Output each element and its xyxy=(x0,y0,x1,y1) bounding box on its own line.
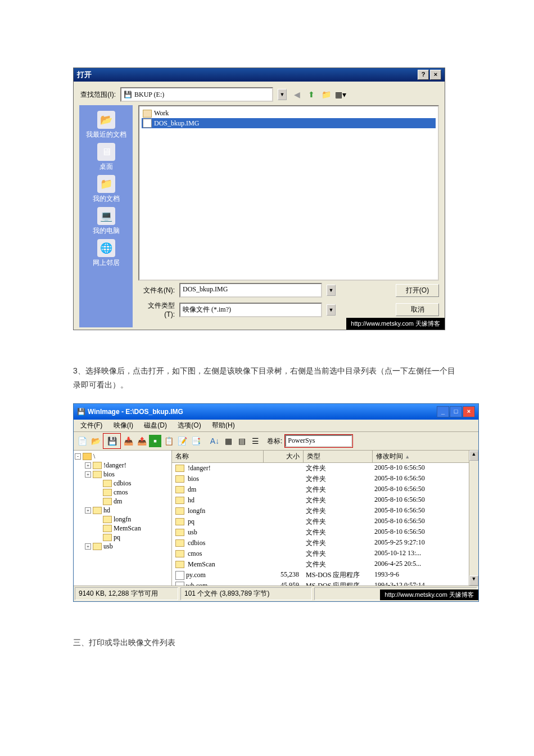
folder-icon xyxy=(93,507,102,514)
list-row[interactable]: hd文件夹2005-8-10 6:56:50 xyxy=(172,495,478,506)
sort-asc-icon: ▲ xyxy=(405,454,410,460)
recent-icon: 📂 xyxy=(97,111,115,129)
tree-node[interactable]: cmos xyxy=(75,488,170,497)
filename-input[interactable]: DOS_bkup.IMG xyxy=(179,283,322,298)
menu-image[interactable]: 映像(I) xyxy=(109,420,138,430)
col-size[interactable]: 大小 xyxy=(264,451,304,462)
extract-icon[interactable]: 📝 xyxy=(176,435,188,447)
volume-label: 卷标: xyxy=(267,436,282,446)
directory-tree[interactable]: -\+!danger!+bioscdbioscmosdm+hdlongfnMem… xyxy=(74,451,172,586)
sidebar-network[interactable]: 🌐网上邻居 xyxy=(93,239,120,268)
view-small-icon[interactable]: ▤ xyxy=(236,435,248,447)
expand-icon[interactable]: + xyxy=(85,507,91,514)
scrollbar[interactable]: ▲ ▼ xyxy=(469,451,478,586)
inject-icon[interactable]: 📋 xyxy=(162,435,175,447)
file-listview[interactable]: 名称 大小 类型 修改时间 ▲ !danger!文件夹2005-8-10 6:5… xyxy=(172,451,478,586)
filename-dropdown[interactable]: ▼ xyxy=(327,285,336,296)
view-large-icon[interactable]: ▦ xyxy=(222,435,234,447)
write-disk-icon[interactable]: 📤 xyxy=(135,435,148,447)
tree-node[interactable]: +!danger! xyxy=(75,461,170,470)
list-row[interactable]: bios文件夹2005-8-10 6:56:50 xyxy=(172,474,478,484)
scroll-down-icon[interactable]: ▼ xyxy=(469,575,478,586)
menu-file[interactable]: 文件(F) xyxy=(76,420,107,430)
look-in-combo[interactable]: 💾 BKUP (E:) xyxy=(120,87,273,102)
maximize-button[interactable]: □ xyxy=(450,406,462,417)
list-row[interactable]: dm文件夹2005-8-10 6:56:50 xyxy=(172,484,478,495)
tree-node[interactable]: +usb xyxy=(75,542,170,551)
tree-node[interactable]: pq xyxy=(75,533,170,542)
list-row[interactable]: py.com55,238MS-DOS 应用程序1993-9-6 xyxy=(172,570,478,580)
up-icon[interactable]: ⬆ xyxy=(306,89,317,100)
file-list[interactable]: Work DOS_bkup.IMG xyxy=(138,105,439,281)
open-dialog: 打开 ? × 查找范围(I): 💾 BKUP (E:) ▼ ◀ ⬆ 📁 ▦▾ xyxy=(73,68,445,330)
list-row[interactable]: !danger!文件夹2005-8-10 6:56:50 xyxy=(172,463,478,474)
close-window-button[interactable]: × xyxy=(463,406,475,417)
list-row[interactable]: wb.com45,959MS-DOS 应用程序1994-3-12 0:57:14 xyxy=(172,580,478,586)
titlebar[interactable]: 打开 ? × xyxy=(74,68,445,82)
open-icon[interactable]: 📂 xyxy=(89,435,102,447)
read-disk-icon[interactable]: 📥 xyxy=(122,435,134,447)
view-details-icon[interactable]: ☰ xyxy=(249,435,261,447)
open-button[interactable]: 打开(O) xyxy=(396,284,439,297)
cancel-button[interactable]: 取消 xyxy=(396,303,439,316)
sidebar-documents[interactable]: 📁我的文档 xyxy=(93,175,120,204)
sidebar-recent[interactable]: 📂我最近的文档 xyxy=(86,111,126,140)
look-in-dropdown[interactable]: ▼ xyxy=(278,89,287,100)
extract-all-icon[interactable]: 📑 xyxy=(189,435,202,447)
filetype-combo[interactable]: 映像文件 (*.im?) xyxy=(179,303,322,317)
folder-icon xyxy=(175,518,184,525)
tree-node[interactable]: cdbios xyxy=(75,479,170,488)
col-date[interactable]: 修改时间 ▲ xyxy=(373,451,470,462)
list-row[interactable]: cdbios文件夹2005-9-25 9:27:10 xyxy=(172,538,478,548)
folder-icon xyxy=(103,525,112,532)
expand-icon[interactable]: - xyxy=(75,453,81,460)
listview-header[interactable]: 名称 大小 类型 修改时间 ▲ xyxy=(172,451,478,463)
folder-icon xyxy=(83,453,92,460)
statusbar: 9140 KB, 12,288 字节可用 101 个文件 (3,893,789 … xyxy=(74,586,478,601)
col-type[interactable]: 类型 xyxy=(304,451,373,462)
watermark2: http://www.metsky.com 天缘博客 xyxy=(380,590,478,600)
close-button[interactable]: × xyxy=(430,70,441,80)
list-row[interactable]: pq文件夹2005-8-10 6:56:50 xyxy=(172,516,478,527)
menubar[interactable]: 文件(F) 映像(I) 磁盘(D) 选项(O) 帮助(H) xyxy=(74,420,478,432)
scroll-up-icon[interactable]: ▲ xyxy=(469,451,478,461)
look-in-value: BKUP (E:) xyxy=(134,91,164,99)
list-row[interactable]: MemScan文件夹2006-4-25 20:5... xyxy=(172,559,478,570)
filetype-label: 文件类型(T): xyxy=(138,301,175,318)
volume-input[interactable]: PowerSys xyxy=(285,435,352,447)
save-icon[interactable]: 💾 xyxy=(106,435,118,447)
expand-icon[interactable]: + xyxy=(85,543,91,550)
new-folder-icon[interactable]: 📁 xyxy=(320,89,332,100)
sidebar-desktop[interactable]: 🖥桌面 xyxy=(97,143,115,172)
list-row[interactable]: longfn文件夹2005-8-10 6:56:50 xyxy=(172,506,478,516)
file-item-selected[interactable]: DOS_bkup.IMG xyxy=(142,118,436,128)
view-menu-icon[interactable]: ▦▾ xyxy=(335,89,346,100)
sort-az-icon[interactable]: A↓ xyxy=(209,435,221,447)
tree-node[interactable]: longfn xyxy=(75,515,170,524)
file-item-folder[interactable]: Work xyxy=(142,109,436,118)
menu-options[interactable]: 选项(O) xyxy=(173,420,205,430)
new-icon[interactable]: 📄 xyxy=(76,435,88,447)
tree-node[interactable]: dm xyxy=(75,497,170,506)
menu-help[interactable]: 帮助(H) xyxy=(207,420,239,430)
expand-icon[interactable]: + xyxy=(85,462,91,469)
list-row[interactable]: usb文件夹2005-8-10 6:56:50 xyxy=(172,527,478,538)
sidebar-computer[interactable]: 💻我的电脑 xyxy=(93,207,120,236)
folder-icon xyxy=(103,498,112,505)
folder-icon xyxy=(175,539,184,547)
expand-icon[interactable]: + xyxy=(85,471,91,478)
window-titlebar[interactable]: 💾WinImage - E:\DOS_bkup.IMG _ □ × xyxy=(74,404,478,420)
computer-icon: 💻 xyxy=(97,207,115,225)
tree-node[interactable]: +hd xyxy=(75,506,170,515)
filetype-dropdown[interactable]: ▼ xyxy=(327,304,336,316)
col-name[interactable]: 名称 xyxy=(172,451,264,462)
menu-disk[interactable]: 磁盘(D) xyxy=(139,420,171,430)
tree-node[interactable]: -\ xyxy=(75,452,170,461)
tree-node[interactable]: MemScan xyxy=(75,524,170,533)
tree-node[interactable]: +bios xyxy=(75,470,170,479)
back-icon[interactable]: ◀ xyxy=(291,89,302,100)
format-icon[interactable]: ■ xyxy=(149,435,161,447)
minimize-button[interactable]: _ xyxy=(437,406,449,417)
help-button[interactable]: ? xyxy=(418,70,429,80)
list-row[interactable]: cmos文件夹2005-10-12 13:... xyxy=(172,548,478,559)
